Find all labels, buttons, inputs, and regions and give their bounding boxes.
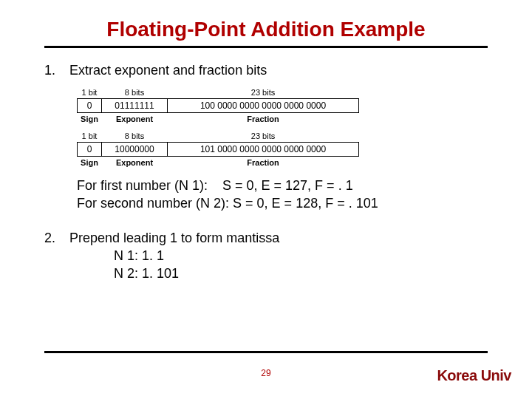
- lbl-exp: Exponent: [102, 113, 168, 126]
- lbl-frac-2: Fraction: [168, 157, 359, 169]
- n2-head-frac: 23 bits: [168, 130, 359, 142]
- title-rule: [44, 46, 488, 48]
- step-1: 1. Extract exponent and fraction bits: [44, 61, 488, 79]
- mantissa-n2: N 2: 1. 101: [114, 265, 488, 282]
- content-list: 1. Extract exponent and fraction bits 1 …: [44, 61, 488, 283]
- n2-head-exp: 8 bits: [102, 130, 168, 142]
- lbl-exp-2: Exponent: [102, 157, 168, 169]
- extract-n2: For second number (N 2): S = 0, E = 128,…: [77, 194, 488, 212]
- mantissa-n1: N 1: 1. 1: [114, 247, 488, 265]
- n2-exp: 10000000: [102, 143, 168, 157]
- extract-n1: For first number (N 1): S = 0, E = 127, …: [77, 177, 488, 194]
- n1-exp: 01111111: [102, 99, 168, 113]
- slide: Floating-Point Addition Example 1. Extra…: [0, 0, 532, 399]
- lbl-frac: Fraction: [168, 113, 359, 126]
- n2-head-sign: 1 bit: [78, 130, 102, 142]
- step-2: 2. Prepend leading 1 to form mantissa N …: [44, 229, 488, 283]
- step-1-text: Extract exponent and fraction bits: [69, 61, 488, 79]
- n2-table: 1 bit 8 bits 23 bits 0 10000000 101 0000…: [77, 130, 359, 169]
- step-2-number: 2.: [44, 229, 69, 283]
- n2-sign: 0: [78, 143, 102, 157]
- n2-frac: 101 0000 0000 0000 0000 0000: [168, 143, 359, 157]
- n1-sign: 0: [78, 99, 102, 113]
- step-2-body: Prepend leading 1 to form mantissa N 1: …: [69, 229, 488, 283]
- lbl-sign-2: Sign: [78, 157, 102, 169]
- extract-summary: For first number (N 1): S = 0, E = 127, …: [77, 177, 488, 213]
- step-1-number: 1.: [44, 61, 69, 79]
- n1-head-exp: 8 bits: [102, 86, 168, 98]
- slide-title: Floating-Point Addition Example: [44, 18, 488, 41]
- n1-head-sign: 1 bit: [78, 86, 102, 98]
- footer-rule: [44, 351, 488, 353]
- lbl-sign: Sign: [78, 113, 102, 126]
- step-2-text: Prepend leading 1 to form mantissa: [69, 229, 488, 247]
- n1-frac: 100 0000 0000 0000 0000 0000: [168, 99, 359, 113]
- n1-head-frac: 23 bits: [168, 86, 359, 98]
- n1-table: 1 bit 8 bits 23 bits 0 01111111 100 0000…: [77, 86, 359, 126]
- footer-logo: Korea Univ: [437, 367, 511, 384]
- ieee754-diagram: 1 bit 8 bits 23 bits 0 01111111 100 0000…: [77, 86, 488, 169]
